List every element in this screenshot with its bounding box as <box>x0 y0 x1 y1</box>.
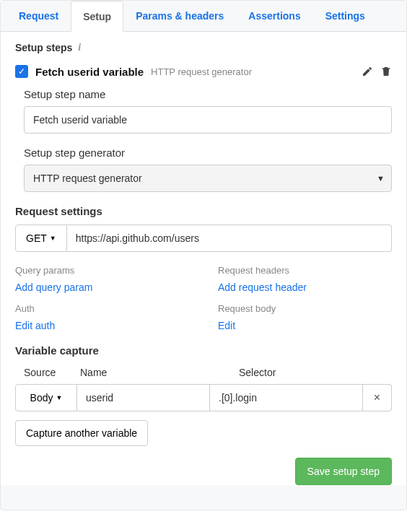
caret-down-icon: ▼ <box>50 235 56 242</box>
query-params-label: Query params <box>15 265 189 276</box>
tab-setup[interactable]: Setup <box>71 1 123 32</box>
tab-request[interactable]: Request <box>6 1 71 31</box>
step-enabled-checkbox[interactable]: ✓ <box>15 65 28 78</box>
request-settings-heading: Request settings <box>15 205 392 217</box>
edit-icon[interactable] <box>362 66 373 77</box>
variable-capture-heading: Variable capture <box>15 344 392 357</box>
section-title-text: Setup steps <box>15 42 72 53</box>
add-query-param-link[interactable]: Add query param <box>15 282 92 293</box>
auth-label: Auth <box>15 303 189 314</box>
request-body-label: Request body <box>218 303 392 314</box>
step-subtitle: HTTP request generator <box>151 66 252 77</box>
col-selector: Selector <box>210 367 392 378</box>
tabs-bar: Request Setup Params & headers Assertion… <box>1 1 406 32</box>
capture-row: Body ▼ × <box>15 384 392 411</box>
tab-assertions[interactable]: Assertions <box>236 1 312 31</box>
edit-body-link[interactable]: Edit <box>218 320 235 331</box>
tab-params-headers[interactable]: Params & headers <box>123 1 236 31</box>
capture-source-dropdown[interactable]: Body ▼ <box>15 384 77 411</box>
tab-settings[interactable]: Settings <box>313 1 377 31</box>
col-name: Name <box>77 367 210 378</box>
capture-name-input[interactable] <box>77 384 210 411</box>
capture-another-button[interactable]: Capture another variable <box>15 420 148 446</box>
capture-table-header: Source Name Selector <box>15 364 392 384</box>
step-header: ✓ Fetch userid variable HTTP request gen… <box>15 65 392 78</box>
save-setup-step-button[interactable]: Save setup step <box>295 458 392 485</box>
step-generator-label: Setup step generator <box>24 147 392 159</box>
step-name-label: Setup step name <box>24 88 392 100</box>
step-name-input[interactable] <box>24 106 392 134</box>
delete-icon[interactable] <box>380 66 392 77</box>
http-method-dropdown[interactable]: GET ▼ <box>15 224 67 252</box>
capture-remove-button[interactable]: × <box>363 384 392 411</box>
edit-auth-link[interactable]: Edit auth <box>15 320 55 331</box>
info-icon[interactable]: i <box>78 42 81 53</box>
step-title: Fetch userid variable <box>35 66 144 78</box>
capture-selector-input[interactable] <box>210 384 363 411</box>
setup-steps-heading: Setup steps i <box>15 42 392 53</box>
step-generator-select[interactable]: HTTP request generator <box>24 165 392 192</box>
col-source: Source <box>15 367 77 378</box>
caret-down-icon: ▼ <box>56 394 63 401</box>
request-headers-label: Request headers <box>218 265 392 276</box>
add-request-header-link[interactable]: Add request header <box>218 282 307 293</box>
request-url-input[interactable] <box>67 224 392 252</box>
